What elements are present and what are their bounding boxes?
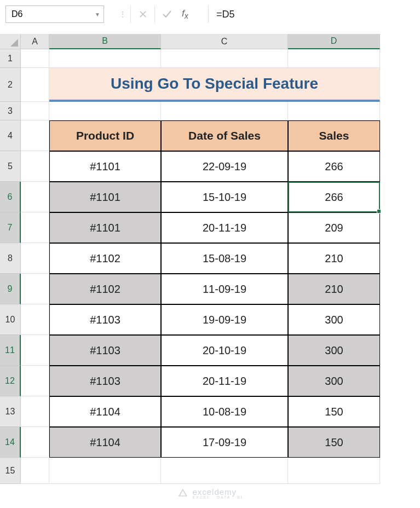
row-header-14[interactable]: 14 <box>0 427 21 458</box>
formula-input[interactable]: =D5 <box>208 5 415 23</box>
cell-C5[interactable]: 22-09-19 <box>161 151 288 182</box>
cell-B15[interactable] <box>49 458 161 484</box>
formula-text: =D5 <box>216 9 235 20</box>
row-header-1[interactable]: 1 <box>0 49 21 68</box>
cell-A7[interactable] <box>21 212 49 243</box>
cell-D6[interactable]: 266 <box>288 182 380 212</box>
formula-controls: ⋮ fx <box>115 5 204 23</box>
cell-D12[interactable]: 300 <box>288 366 380 396</box>
cell-B3[interactable] <box>49 102 161 120</box>
cell-B9[interactable]: #1102 <box>49 274 161 304</box>
row-header-4[interactable]: 4 <box>0 120 21 151</box>
cell-B13[interactable]: #1104 <box>49 396 161 427</box>
row-header-11[interactable]: 11 <box>0 335 21 366</box>
cell-C15[interactable] <box>161 458 288 484</box>
cell-A15[interactable] <box>21 458 49 484</box>
cell-D9[interactable]: 210 <box>288 274 380 304</box>
cell-A8[interactable] <box>21 243 49 274</box>
cell-A13[interactable] <box>21 396 49 427</box>
column-headers: A B C D <box>21 34 420 49</box>
row-header-5[interactable]: 5 <box>0 151 21 182</box>
cell-C14[interactable]: 17-09-19 <box>161 427 288 458</box>
cell-A9[interactable] <box>21 274 49 304</box>
cell-B1[interactable] <box>49 49 161 68</box>
watermark-logo-icon <box>177 488 188 499</box>
th-date-of-sales[interactable]: Date of Sales <box>161 120 288 151</box>
cell-D3[interactable] <box>288 102 380 120</box>
cell-B14[interactable]: #1104 <box>49 427 161 458</box>
col-header-B[interactable]: B <box>49 34 161 49</box>
cell-B7[interactable]: #1101 <box>49 212 161 243</box>
row-header-10[interactable]: 10 <box>0 304 21 335</box>
cell-C3[interactable] <box>161 102 288 120</box>
row-header-8[interactable]: 8 <box>0 243 21 274</box>
name-box-dropdown-icon[interactable]: ▼ <box>95 11 100 18</box>
cell-B6[interactable]: #1101 <box>49 182 161 212</box>
col-header-D[interactable]: D <box>288 34 380 49</box>
cell-D13[interactable]: 150 <box>288 396 380 427</box>
cell-A11[interactable] <box>21 335 49 366</box>
cell-A3[interactable] <box>21 102 49 120</box>
cell-B5[interactable]: #1101 <box>49 151 161 182</box>
th-sales[interactable]: Sales <box>288 120 380 151</box>
cell-D7[interactable]: 209 <box>288 212 380 243</box>
cell-D10[interactable]: 300 <box>288 304 380 335</box>
watermark-subtext: EXCEL · DATA · BI <box>192 495 243 499</box>
cell-A2[interactable] <box>21 68 49 102</box>
cell-A10[interactable] <box>21 304 49 335</box>
cell-D15[interactable] <box>288 458 380 484</box>
formula-bar: D6 ▼ ⋮ fx =D5 <box>0 0 420 34</box>
row-header-2[interactable]: 2 <box>0 68 21 102</box>
row-header-7[interactable]: 7 <box>0 212 21 243</box>
row-header-15[interactable]: 15 <box>0 458 21 484</box>
cell-B12[interactable]: #1103 <box>49 366 161 396</box>
cell-C10[interactable]: 19-09-19 <box>161 304 288 335</box>
cell-B8[interactable]: #1102 <box>49 243 161 274</box>
cell-D8[interactable]: 210 <box>288 243 380 274</box>
watermark-text: exceldemy <box>192 487 237 497</box>
cell-B10[interactable]: #1103 <box>49 304 161 335</box>
row-header-12[interactable]: 12 <box>0 366 21 396</box>
name-box-value: D6 <box>11 9 22 19</box>
row-header-9[interactable]: 9 <box>0 274 21 304</box>
cell-B11[interactable]: #1103 <box>49 335 161 366</box>
cell-C7[interactable]: 20-11-19 <box>161 212 288 243</box>
cell-A4[interactable] <box>21 120 49 151</box>
cell-C11[interactable]: 20-10-19 <box>161 335 288 366</box>
spreadsheet-grid: A B C D 1 2 Using Go To Special Feature … <box>0 34 420 484</box>
watermark: exceldemy EXCEL · DATA · BI <box>177 487 243 499</box>
cell-A6[interactable] <box>21 182 49 212</box>
vertical-dots-icon: ⋮ <box>115 5 130 23</box>
cell-D14[interactable]: 150 <box>288 427 380 458</box>
enter-check-icon[interactable] <box>154 5 179 23</box>
grid-rows: 1 2 Using Go To Special Feature 3 4 Prod… <box>0 49 420 484</box>
fx-label-icon[interactable]: fx <box>182 8 204 20</box>
col-header-A[interactable]: A <box>21 34 49 49</box>
cell-D1[interactable] <box>288 49 380 68</box>
cell-A14[interactable] <box>21 427 49 458</box>
select-all-corner[interactable] <box>0 34 21 49</box>
cell-A12[interactable] <box>21 366 49 396</box>
row-header-3[interactable]: 3 <box>0 102 21 120</box>
cell-C8[interactable]: 15-08-19 <box>161 243 288 274</box>
cell-D5[interactable]: 266 <box>288 151 380 182</box>
cell-A5[interactable] <box>21 151 49 182</box>
name-box[interactable]: D6 ▼ <box>5 5 104 23</box>
cell-C12[interactable]: 20-11-19 <box>161 366 288 396</box>
row-header-6[interactable]: 6 <box>0 182 21 212</box>
cell-C9[interactable]: 11-09-19 <box>161 274 288 304</box>
cell-C13[interactable]: 10-08-19 <box>161 396 288 427</box>
th-product-id[interactable]: Product ID <box>49 120 161 151</box>
title-banner[interactable]: Using Go To Special Feature <box>49 68 380 102</box>
cancel-icon[interactable] <box>130 5 154 23</box>
row-header-13[interactable]: 13 <box>0 396 21 427</box>
cell-C1[interactable] <box>161 49 288 68</box>
col-header-C[interactable]: C <box>161 34 288 49</box>
cell-A1[interactable] <box>21 49 49 68</box>
cell-C6[interactable]: 15-10-19 <box>161 182 288 212</box>
cell-D11[interactable]: 300 <box>288 335 380 366</box>
